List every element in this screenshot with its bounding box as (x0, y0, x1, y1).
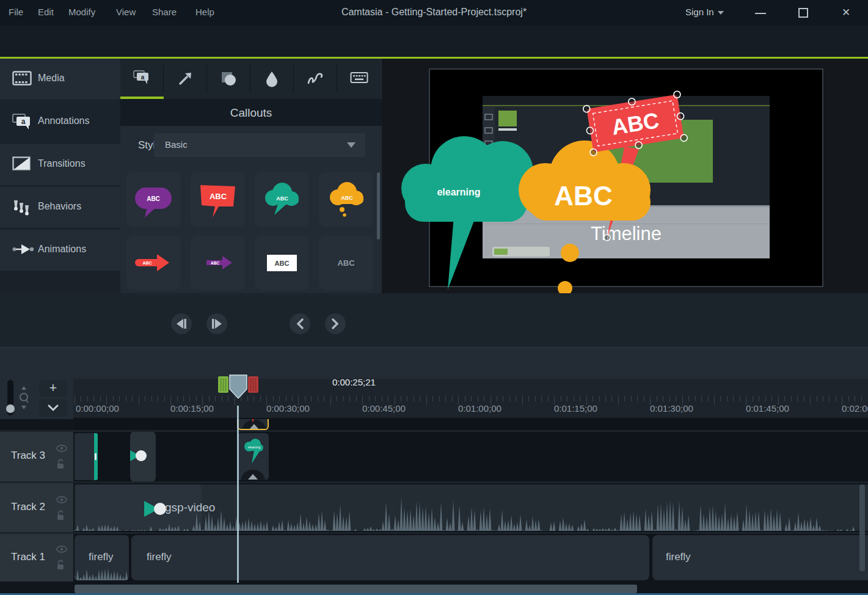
ruler-label: 0:00:15;00 (170, 403, 214, 414)
tab-callouts[interactable]: a (120, 59, 164, 99)
track1-header: Track 1 (0, 534, 73, 582)
behaviors-icon (12, 199, 32, 217)
track2-visibility-icon[interactable] (56, 496, 67, 503)
track1-clip-firefly-3[interactable]: firefly (652, 535, 868, 580)
track-height-knob[interactable] (6, 404, 15, 413)
playhead-shield[interactable] (230, 375, 247, 398)
svg-text:ABC: ABC (554, 181, 612, 211)
callout-tile-speech-purple[interactable]: ABC (126, 172, 181, 227)
clip-marker (252, 419, 253, 422)
track2-name: Track 2 (11, 501, 45, 513)
track2-header: Track 2 (0, 483, 73, 532)
track3-lock-icon[interactable] (56, 459, 65, 469)
track3-visibility-icon[interactable] (56, 445, 67, 452)
maximize-icon (798, 8, 808, 18)
step-backward-button[interactable] (171, 313, 192, 334)
canvas-preview[interactable]: Timeline elearning (382, 59, 868, 293)
clip-selected-callout-partial[interactable] (237, 419, 269, 430)
horizontal-scrollbar-thumb[interactable] (75, 585, 637, 593)
callout-tile-speech-red[interactable]: ABC (191, 172, 245, 227)
track1-clip-firefly-1[interactable]: firefly (75, 535, 129, 580)
track1-lock-icon[interactable] (56, 560, 65, 570)
annotations-icon: a (12, 114, 33, 131)
ruler-label: 0:02:00;00 (842, 403, 868, 414)
track3-clip-1[interactable] (75, 433, 98, 480)
elearning-clip-thumb: elearning (242, 438, 265, 465)
camtasia-window: File Edit Modify View Share Help Camtasi… (0, 0, 868, 595)
callout-tile-rect-white[interactable]: ABC (255, 236, 309, 290)
add-track-button[interactable]: + (39, 380, 67, 397)
playhead-stem[interactable] (237, 406, 239, 583)
style-dropdown-value: Basic (165, 139, 188, 150)
tab-sketch[interactable] (294, 59, 337, 99)
callout-tile-arrow-red[interactable]: ABC (126, 236, 181, 290)
menu-bar: File Edit Modify View Share Help Camtasi… (0, 0, 868, 26)
ruler-label: 0:00:00;00 (76, 403, 119, 414)
svg-text:ABC: ABC (341, 195, 353, 201)
svg-text:ABC: ABC (276, 195, 288, 202)
timeline-area: + 0:00:00;00 0:00:15;00 0:00:30;00 0:00:… (0, 379, 868, 595)
style-dropdown[interactable]: Basic (154, 133, 365, 157)
sidebar-item-media[interactable]: Media (0, 59, 120, 100)
tab-keystrokes[interactable] (337, 59, 381, 99)
transitions-icon (12, 156, 32, 171)
tab-blur[interactable] (250, 59, 294, 99)
sidebar: Media a Annotations Transitions (0, 59, 120, 293)
svg-text:ABC: ABC (142, 261, 151, 265)
svg-text:a: a (21, 117, 26, 126)
annotations-panel: a (120, 59, 382, 293)
sidebar-item-transitions[interactable]: Transitions (0, 144, 120, 185)
playhead[interactable] (217, 373, 260, 400)
track3-clip-2[interactable] (130, 432, 156, 481)
track2-clip-gsp-video[interactable]: gsp-video (75, 484, 868, 531)
callout-tile-cloud-teal[interactable]: ABC (255, 172, 309, 227)
style-caret-icon (347, 142, 356, 148)
svg-text:ABC: ABC (211, 261, 219, 265)
svg-text:ABC: ABC (337, 258, 355, 268)
svg-text:a: a (141, 74, 145, 81)
panel-scrollbar[interactable] (377, 172, 380, 239)
lane-partial-top (73, 419, 868, 430)
ruler-label: 0:01:15;00 (554, 403, 597, 414)
blur-drop-tab-icon (263, 70, 280, 87)
svg-text:ABC: ABC (210, 192, 227, 201)
sidebar-item-animations[interactable]: Animations (0, 230, 120, 271)
track1-clip-firefly-2[interactable]: firefly (131, 535, 649, 580)
svg-text:elearning: elearning (248, 445, 261, 449)
chevron-down-icon (48, 404, 59, 412)
close-button[interactable]: ✕ (834, 5, 858, 21)
maximize-button[interactable] (791, 5, 815, 21)
minimize-button[interactable] (748, 5, 773, 21)
timeline-gutter: + (0, 379, 73, 419)
sidebar-item-behaviors[interactable]: Behaviors (0, 187, 120, 228)
callout-tile-thought-orange[interactable]: ABC (319, 172, 373, 227)
track2-lock-icon[interactable] (56, 510, 65, 520)
ruler-label: 0:01:00;00 (458, 403, 501, 414)
timeline-ruler[interactable]: 0:00:00;00 0:00:15;00 0:00:30;00 0:00:45… (73, 379, 868, 419)
tail-anchor-handle[interactable] (604, 235, 610, 241)
window-title: Camtasia - Getting-Started-Project.tscpr… (0, 7, 868, 18)
track1-visibility-icon[interactable] (56, 546, 67, 553)
track3-clip-elearning[interactable]: elearning (237, 433, 269, 480)
collapse-tracks-button[interactable] (39, 400, 67, 417)
step-forward-button[interactable] (206, 313, 227, 334)
panel-title: Callouts (120, 106, 382, 120)
callout-tile-text-only[interactable]: ABC (319, 236, 373, 290)
ruler-label: 0:00:45;00 (362, 403, 406, 414)
track1-name: Track 1 (11, 551, 45, 563)
callout-tile-arrow-purple[interactable]: ABC (191, 236, 245, 290)
ruler-label: 0:01:30;00 (650, 403, 693, 414)
chevron-left-icon (296, 318, 304, 329)
next-button[interactable] (325, 313, 346, 334)
svg-text:elearning: elearning (437, 187, 480, 197)
previous-button[interactable] (290, 313, 310, 334)
tab-shapes[interactable] (207, 59, 250, 99)
sidebar-item-annotations[interactable]: a Annotations (0, 101, 120, 142)
zoom-fit-icon (17, 385, 31, 412)
track3-lane: elearning (73, 432, 868, 481)
playback-bar: 00:25 / 02:38 ⚙ Properties (0, 293, 868, 347)
svg-text:ABC: ABC (275, 260, 290, 267)
vertical-scrollbar-thumb[interactable] (859, 484, 865, 571)
sign-in-button[interactable]: Sign In (685, 7, 724, 17)
tab-arrows[interactable] (164, 59, 207, 99)
